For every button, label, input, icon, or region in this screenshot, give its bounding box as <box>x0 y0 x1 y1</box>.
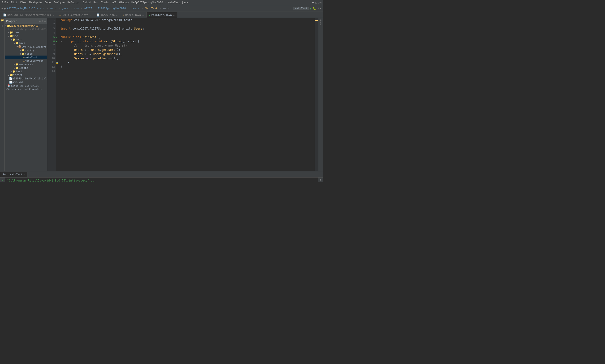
run-button[interactable]: ▶ <box>309 7 311 10</box>
bc-maintest[interactable]: MainTest <box>145 7 159 10</box>
tab-users-close[interactable]: ✕ <box>142 14 144 16</box>
line-num-2: 2 <box>48 22 55 26</box>
sidebar-structure-icon[interactable]: ≡ <box>0 25 4 28</box>
right-sidebar-icons: Maven <box>318 18 323 171</box>
tree-root[interactable]: ▼ 📁 A1207SpringMvcCh10 <box>5 24 47 28</box>
tab-helloservlet[interactable]: ☕ HelloServlet.java ✕ <box>56 12 94 18</box>
menu-analyze[interactable]: Analyze <box>54 1 64 4</box>
main-folder-icon: 📁 <box>13 38 16 41</box>
tree-scratches[interactable]: ✏ Scratches and Consoles <box>5 88 47 91</box>
tests-folder-icon: 📁 <box>22 52 25 55</box>
menu-build[interactable]: Build <box>83 1 90 4</box>
tree-java[interactable]: ▼ 📁 java <box>5 41 47 45</box>
nav-forward-button[interactable]: ▶ <box>4 7 6 10</box>
run-tab-close[interactable]: ✕ <box>23 173 25 176</box>
code-line-2 <box>61 22 314 26</box>
tab-helloservlet-close[interactable]: ✕ <box>90 14 91 16</box>
menu-code[interactable]: Code <box>44 1 51 4</box>
menu-run[interactable]: Run <box>93 1 98 4</box>
run-gutter-5[interactable]: ▶ <box>56 35 60 39</box>
run-tab[interactable]: Run: MainTest ✕ <box>0 172 27 177</box>
bottom-panel: Run: MainTest ✕ ▶ ↺ ■ ↑ ↓ ≡ 🖨 🗑 "C:\Prog… <box>0 171 323 182</box>
line-num-12: 12 <box>48 65 55 69</box>
console-output: "C:\Program Files\Java\jdk1.8.0_74\bin\j… <box>5 178 318 182</box>
menu-refactor[interactable]: Refactor <box>67 1 80 4</box>
code-line-5: public class MainTest { <box>61 35 314 39</box>
run-config-name: MainTest <box>293 7 309 10</box>
tab-users[interactable]: ☕ Users.java ✕ <box>120 12 146 18</box>
editor-scrollbar[interactable]: ⚠ 1 <box>315 18 318 171</box>
menu-tools[interactable]: Tools <box>101 1 109 4</box>
tree-idea[interactable]: ▶ 📁 idea <box>5 31 47 34</box>
tree-resources[interactable]: ▶ 📁 resources <box>5 63 47 66</box>
debug-button[interactable]: 🐛 <box>313 7 316 10</box>
pom-file-icon: 📄 <box>9 81 12 84</box>
console-run-icon[interactable]: ▶ <box>2 179 3 182</box>
run-tab-config: MainTest <box>10 173 23 176</box>
line-num-5: 5 <box>48 35 55 39</box>
menu-bar[interactable]: File Edit View Navigate Code Analyze Ref… <box>2 1 138 4</box>
tab-index[interactable]: 📄 index.jsp ✕ <box>94 12 120 18</box>
line-num-13: 13 <box>48 69 55 73</box>
menu-window[interactable]: Window <box>119 1 129 4</box>
maven-label[interactable]: Maven <box>320 19 322 25</box>
panel-icons: ⚙ ⚙ — <box>39 20 46 23</box>
resources-folder-icon: 📁 <box>15 63 19 66</box>
bc-project[interactable]: A1207SpringMvcCh10 <box>98 7 127 10</box>
menu-view[interactable]: View <box>20 1 26 4</box>
tree-main[interactable]: ▼ 📁 main <box>5 38 47 41</box>
tree-pom-file[interactable]: 📄 pom.xml <box>5 80 47 84</box>
tab-pom-close[interactable]: ✕ <box>52 14 54 16</box>
tree-com-package[interactable]: ▼ 📦 com.A1207.A1207SpringMvcCh10 <box>5 45 47 49</box>
tree-src[interactable]: ▼ 📁 src <box>5 34 47 38</box>
window-title: A1207SpringMvcCh10 - MainTest.java <box>135 1 188 4</box>
line-numbers: 1 2 3 4 5 6 7 8 9 10 11 12 13 <box>47 18 56 171</box>
menu-file[interactable]: File <box>2 1 8 4</box>
run-tab-label: Run: <box>3 173 9 176</box>
iml-icon: 📄 <box>9 77 12 80</box>
sidebar-project-icon[interactable]: 📁 <box>0 19 4 23</box>
code-editor[interactable]: 1 2 3 4 5 6 7 8 9 10 11 12 13 ▶ <box>47 18 318 171</box>
tab-pom[interactable]: 📄 pom.xml (A1207SpringMvcCh10) ✕ <box>0 12 56 18</box>
tree-iml-file[interactable]: 📄 A1207SpringMvcCh10.iml <box>5 77 47 80</box>
tree-entity[interactable]: ▶ 📁 entity <box>5 49 47 52</box>
tree-tests[interactable]: ▼ 📁 tests <box>5 52 47 55</box>
bc-tests[interactable]: tests <box>131 7 141 10</box>
console-right-icons: ⚙ <box>318 178 323 182</box>
menu-edit[interactable]: Edit <box>11 1 17 4</box>
coverage-button[interactable]: ⚡ <box>317 7 319 10</box>
bc-main-method[interactable]: main <box>163 7 169 10</box>
menu-navigate[interactable]: Navigate <box>29 1 42 4</box>
tree-maintest-file[interactable]: ☕ MainTest <box>5 55 47 59</box>
project-name-label[interactable]: A1207SpringMvcCh10 <box>7 7 35 10</box>
bc-a1207[interactable]: A1207 <box>84 7 94 10</box>
panel-minimize-icon[interactable]: — <box>44 20 46 23</box>
bc-src[interactable]: src <box>40 7 46 10</box>
tree-external-libs[interactable]: ▶ 📚 External Libraries <box>5 84 47 88</box>
console-settings-icon[interactable]: ⚙ <box>320 179 321 182</box>
panel-settings-icon[interactable]: ⚙ <box>42 20 43 23</box>
tab-index-close[interactable]: ✕ <box>116 14 117 16</box>
main-layout: 📁 ≡ Project ⚙ ⚙ — ▼ 📁 A1207SpringMvcCh10… <box>0 18 323 171</box>
tree-webapp[interactable]: ▶ 📁 webapp <box>5 66 47 70</box>
bc-main[interactable]: main <box>50 7 58 10</box>
panel-sync-icon[interactable]: ⚙ <box>39 20 41 23</box>
tree-helloservlet-file[interactable]: ☕ HelloServlet <box>5 59 47 63</box>
tree-target[interactable]: ▶ 📁 target <box>5 73 47 77</box>
project-panel-header: Project ⚙ ⚙ — <box>5 18 47 24</box>
bc-com[interactable]: com <box>74 7 80 10</box>
code-line-3: import com.A1207.A1207SpringMvcCh10.enti… <box>61 26 314 31</box>
bc-java[interactable]: java <box>62 7 70 10</box>
code-content[interactable]: package com.A1207.A1207SpringMvcCh10.tes… <box>60 18 315 171</box>
bottom-tabs: Run: MainTest ✕ <box>0 171 323 178</box>
nav-back-button[interactable]: ◀ <box>1 7 3 10</box>
maximize-button[interactable]: □ <box>316 1 317 4</box>
tree-test[interactable]: ▶ 📁 test <box>5 70 47 73</box>
menu-vcs[interactable]: VCS <box>112 1 116 4</box>
minimize-button[interactable]: ─ <box>312 1 314 4</box>
line-num-7: 7 <box>48 43 55 48</box>
tab-maintest[interactable]: ▶ MainTest.java ✕ <box>146 12 177 18</box>
run-gutter-6[interactable]: ▶ <box>56 39 60 43</box>
tab-maintest-close[interactable]: ✕ <box>173 14 175 16</box>
more-run-button[interactable]: ▼ <box>320 7 322 10</box>
